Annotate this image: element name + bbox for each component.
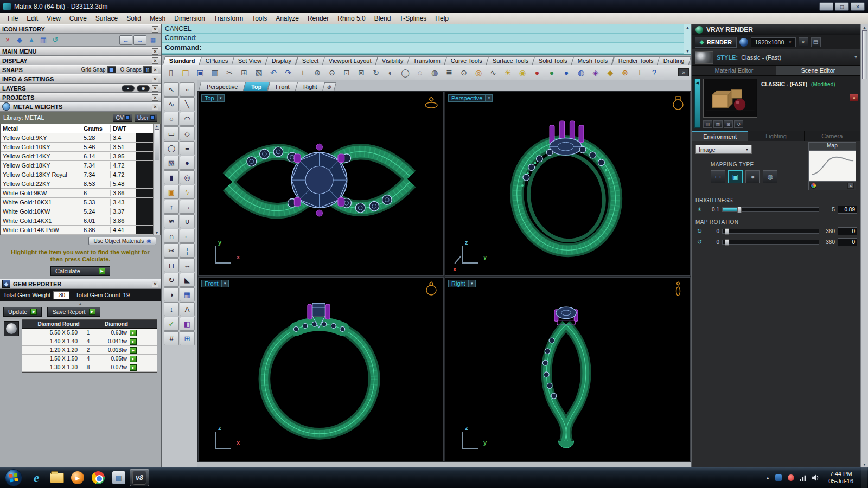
menu-item[interactable]: Edit: [22, 14, 42, 23]
history-pave-icon[interactable]: ▦: [38, 35, 49, 46]
split-tool-icon[interactable]: ¦: [180, 243, 195, 258]
network-icon[interactable]: [799, 474, 807, 481]
metal-table-row[interactable]: Yellow Gold:18KY Royal 7.34 4.72: [1, 170, 153, 179]
gem-table-row[interactable]: 5.50 X 5.50 1 0.63tw ▶: [22, 329, 157, 337]
history-forward-button[interactable]: →: [133, 35, 146, 45]
panel-header-layers[interactable]: LAYERS ● ◉ ×: [0, 84, 161, 93]
toolbar-tab[interactable]: Visibility: [375, 56, 410, 65]
metal-table-scrollbar[interactable]: ▲ ▼: [153, 124, 160, 235]
polygon-tool-icon[interactable]: ◇: [180, 126, 195, 140]
measure-tool-icon[interactable]: #: [164, 331, 179, 345]
redo-icon[interactable]: ↷: [281, 66, 295, 79]
zoom-extents-icon[interactable]: ⊠: [354, 66, 368, 79]
cplane-icon[interactable]: ⊥: [633, 66, 647, 79]
viewport-title-dropdown[interactable]: Right▼: [448, 280, 476, 287]
close-icon[interactable]: ×: [152, 85, 158, 92]
taskbar-ie-icon[interactable]: e: [27, 469, 46, 486]
show-desktop-button[interactable]: [861, 467, 867, 488]
environment-icon[interactable]: ◍: [574, 66, 588, 79]
total-gem-weight-value[interactable]: .80: [53, 291, 69, 299]
close-icon[interactable]: ×: [152, 281, 158, 287]
map-clear-icon[interactable]: ×: [847, 183, 854, 189]
toolbar-tab[interactable]: Drafting: [657, 56, 691, 65]
metal-table-row[interactable]: Yellow Gold:14KY 6.14 3.95: [1, 152, 153, 161]
fillet-tool-icon[interactable]: ⌐: [180, 229, 195, 243]
toolbar-tab[interactable]: Transform: [407, 56, 447, 65]
gem-row-play-button[interactable]: ▶: [130, 356, 137, 362]
chevron-down-icon[interactable]: ▼: [854, 55, 858, 59]
panel-header-info-settings[interactable]: INFO & SETTINGS ×: [0, 74, 161, 84]
history-rail-icon[interactable]: ↺: [50, 35, 61, 46]
gem-table-row[interactable]: 1.20 X 1.20 2 0.013tw ▶: [22, 346, 157, 355]
taskbar-media-player-icon[interactable]: ▶: [68, 469, 87, 486]
taskbar-chrome-icon[interactable]: [88, 469, 108, 486]
menu-item[interactable]: Render: [303, 14, 333, 23]
zoom-in-icon[interactable]: ⊕: [310, 66, 324, 79]
record-history-icon[interactable]: ∿: [486, 66, 500, 79]
taskbar-matrix-v8-icon[interactable]: v8: [130, 469, 149, 486]
viewport-tab[interactable]: Front: [267, 82, 298, 91]
rectangle-tool-icon[interactable]: ▭: [164, 126, 179, 140]
bulb-icon[interactable]: ◉: [515, 66, 529, 79]
torus-tool-icon[interactable]: ◎: [180, 170, 195, 184]
material-preview[interactable]: [703, 79, 757, 118]
point-tool-icon[interactable]: ∘: [180, 82, 195, 97]
tray-alert-icon[interactable]: [787, 474, 795, 481]
lightning-fast-icon[interactable]: ϟ: [180, 185, 195, 199]
toolbar-tab[interactable]: Solid Tools: [532, 56, 574, 65]
viewport-front[interactable]: Front▼: [198, 277, 444, 461]
loft-tool-icon[interactable]: ≋: [164, 214, 179, 228]
help-icon[interactable]: ?: [647, 66, 661, 79]
map-preview-image[interactable]: [808, 150, 856, 182]
toolbar-tab[interactable]: Select: [295, 56, 325, 65]
save-report-button[interactable]: Save Report ▶: [47, 307, 100, 317]
history-back-button[interactable]: ←: [119, 35, 132, 45]
tab-camera[interactable]: Camera: [805, 131, 860, 141]
panel-header-icon-history[interactable]: ICON HISTORY ×: [0, 24, 161, 34]
use-object-materials-button[interactable]: Use Object Materials ◉: [88, 237, 156, 245]
gumball-icon[interactable]: ◎: [471, 66, 486, 79]
box-tool-icon[interactable]: ▧: [164, 156, 179, 170]
metal-table-row[interactable]: Yellow Gold:18KY 7.34 4.72: [1, 161, 153, 170]
material-reset-icon[interactable]: ↺: [734, 120, 743, 128]
metal-table-row[interactable]: White Gold:14K PdW 6.86 4.41: [1, 226, 153, 235]
gem-row-play-button[interactable]: ▶: [130, 364, 137, 371]
menu-item[interactable]: Help: [431, 14, 453, 23]
rotation-v-value[interactable]: 0: [838, 238, 857, 246]
tab-lighting[interactable]: Lighting: [748, 131, 804, 141]
sun-light-icon[interactable]: ☀: [501, 66, 515, 79]
menu-item[interactable]: Curve: [65, 14, 91, 23]
toolbar-tab[interactable]: CPlanes: [199, 56, 235, 65]
line-tool-icon[interactable]: ╲: [180, 97, 195, 111]
join-tool-icon[interactable]: ⊓: [164, 258, 179, 272]
circle-tool-icon[interactable]: ○: [164, 112, 179, 126]
user-button[interactable]: User: [135, 114, 157, 122]
gv-button[interactable]: GV: [113, 114, 132, 122]
menu-item[interactable]: Dimension: [170, 14, 209, 23]
mapping-shrinkwrap-icon[interactable]: ◍: [763, 170, 777, 183]
menu-item[interactable]: Rhino 5.0: [333, 14, 369, 23]
tray-display-icon[interactable]: [774, 474, 782, 481]
sphere-tool-icon[interactable]: ●: [180, 156, 195, 170]
close-icon[interactable]: ×: [152, 67, 158, 73]
cut-icon[interactable]: ✂: [222, 66, 237, 79]
volume-icon[interactable]: [812, 474, 820, 481]
rotation-h-value[interactable]: 0: [838, 227, 857, 235]
arc-tool-icon[interactable]: ◠: [180, 112, 195, 126]
boolean-diff-icon[interactable]: ∩: [164, 229, 179, 243]
mapping-plane-icon[interactable]: ▭: [711, 170, 725, 183]
toolbar-tab[interactable]: Set View: [232, 56, 269, 65]
history-gem-icon[interactable]: ◆: [14, 35, 25, 46]
trim-tool-icon[interactable]: ✂: [164, 243, 179, 258]
settings-gear-icon[interactable]: ⊛: [618, 66, 632, 79]
metal-table-row[interactable]: White Gold:9KW 6 3.86: [1, 189, 153, 198]
command-scrollbar[interactable]: ▲▼: [684, 24, 691, 54]
toolbar-tab[interactable]: Surface Tools: [486, 56, 535, 65]
menu-item[interactable]: File: [3, 14, 22, 23]
close-icon[interactable]: ×: [152, 26, 158, 33]
ellipse-tool-icon[interactable]: ◯: [164, 141, 179, 155]
metal-table-row[interactable]: Yellow Gold:22KY 8.53 5.48: [1, 179, 153, 189]
viewport-perspective[interactable]: Perspective▼: [445, 92, 691, 276]
calculate-button[interactable]: Calculate ▶: [50, 266, 110, 276]
minimize-button[interactable]: −: [819, 2, 833, 11]
